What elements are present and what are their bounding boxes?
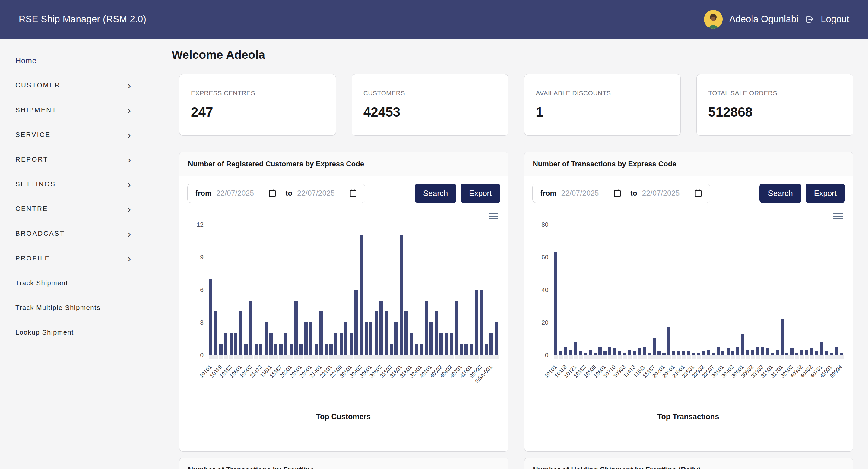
card-title: Number of Registered Customers by Expres… xyxy=(188,160,364,168)
bar xyxy=(726,348,730,355)
from-date-input[interactable]: 22/07/2025 xyxy=(216,189,254,197)
bar xyxy=(400,235,403,355)
bar xyxy=(672,351,675,355)
sidebar-item-settings[interactable]: SETTINGS › xyxy=(0,172,161,197)
sidebar-item-service[interactable]: SERVICE › xyxy=(0,122,161,147)
bar xyxy=(662,353,665,355)
bar xyxy=(344,322,347,355)
chart-menu-icon[interactable] xyxy=(489,212,498,220)
logout-button[interactable]: Logout xyxy=(820,14,849,25)
bar xyxy=(375,311,378,355)
sidebar-item-customer[interactable]: CUSTOMER › xyxy=(0,73,161,98)
bar xyxy=(294,301,298,355)
bar xyxy=(741,334,744,355)
sidebar-item-shipment[interactable]: SHIPMENT › xyxy=(0,98,161,122)
sidebar-item-broadcast[interactable]: BROADCAST › xyxy=(0,221,161,246)
bar xyxy=(319,311,322,355)
sidebar: Home CUSTOMER › SHIPMENT › SERVICE › REP… xyxy=(0,39,161,469)
bar xyxy=(746,350,749,355)
bar xyxy=(390,344,393,355)
chevron-right-icon: › xyxy=(128,253,131,263)
bar xyxy=(785,353,788,355)
bar xyxy=(464,344,467,355)
main-content: Welcome Adeola EXPRESS CENTRES 247 CUSTO… xyxy=(161,39,868,469)
bar xyxy=(702,351,705,355)
x-axis: 1010110119101321060110903114131181115187… xyxy=(208,355,499,404)
bar xyxy=(309,322,312,355)
chart-menu-icon[interactable] xyxy=(833,212,843,220)
bar xyxy=(240,311,243,355)
bar xyxy=(830,353,833,355)
bar xyxy=(574,342,577,355)
bar xyxy=(780,319,783,355)
stat-label: TOTAL SALE ORDERS xyxy=(708,90,841,97)
calendar-icon[interactable] xyxy=(269,189,276,197)
bar xyxy=(795,353,798,355)
sidebar-item-track-shipment[interactable]: Track Shipment xyxy=(0,271,161,295)
logout-icon[interactable] xyxy=(805,15,814,24)
chart-footer-label: Top Transactions xyxy=(533,404,844,430)
sidebar-item-centre[interactable]: CENTRE › xyxy=(0,197,161,221)
to-label: to xyxy=(630,189,637,197)
bar xyxy=(800,350,803,355)
search-button[interactable]: Search xyxy=(415,183,456,203)
card-header: Number of Transactions by Express Code xyxy=(525,152,853,176)
bar xyxy=(340,333,343,355)
bar xyxy=(269,333,272,355)
to-date-input[interactable]: 22/07/2025 xyxy=(642,189,680,197)
calendar-icon[interactable] xyxy=(349,189,357,197)
bar xyxy=(682,351,685,355)
chart-footer-label: Top Customers xyxy=(188,404,499,430)
bar xyxy=(554,252,557,355)
bar xyxy=(265,322,268,355)
bar xyxy=(435,311,438,355)
bar xyxy=(657,351,660,355)
chevron-right-icon: › xyxy=(128,105,131,115)
chevron-right-icon: › xyxy=(128,179,131,189)
sidebar-item-home[interactable]: Home xyxy=(0,48,161,73)
bar xyxy=(460,344,463,355)
bar xyxy=(254,344,257,355)
bar xyxy=(603,351,607,355)
bar xyxy=(643,347,646,355)
from-date-input[interactable]: 22/07/2025 xyxy=(561,189,599,197)
calendar-icon[interactable] xyxy=(614,189,621,197)
bar xyxy=(490,333,493,355)
page-title: Welcome Adeola xyxy=(172,48,853,62)
bar xyxy=(470,344,473,355)
bar xyxy=(475,290,478,355)
plot-area xyxy=(553,225,844,355)
bar xyxy=(766,348,769,355)
sidebar-item-profile[interactable]: PROFILE › xyxy=(0,246,161,271)
search-button[interactable]: Search xyxy=(760,183,801,203)
export-button[interactable]: Export xyxy=(806,183,845,203)
stat-value: 247 xyxy=(191,105,324,120)
bar xyxy=(569,350,572,355)
bar xyxy=(284,333,287,355)
bar xyxy=(820,342,823,355)
avatar-person-image xyxy=(704,10,723,29)
export-button[interactable]: Export xyxy=(461,183,500,203)
card-header: Number of Registered Customers by Expres… xyxy=(180,152,508,176)
to-label: to xyxy=(285,189,292,197)
bar xyxy=(756,347,759,355)
bar xyxy=(455,301,458,355)
sidebar-item-track-multiple-shipments[interactable]: Track Multiple Shipments xyxy=(0,295,161,320)
transactions-by-frontline-card: Number of Transactions by Frontline xyxy=(179,458,508,469)
bar xyxy=(300,344,303,355)
chevron-right-icon: › xyxy=(128,229,131,239)
stats-row: EXPRESS CENTRES 247 CUSTOMERS 42453 AVAI… xyxy=(179,74,853,136)
chevron-right-icon: › xyxy=(128,130,131,140)
to-date-input[interactable]: 22/07/2025 xyxy=(297,189,335,197)
sidebar-item-report[interactable]: REPORT › xyxy=(0,147,161,172)
bar xyxy=(420,344,423,355)
transactions-chart-card: Number of Transactions by Express Code f… xyxy=(524,152,854,451)
y-axis: 036912 xyxy=(188,225,208,355)
bar xyxy=(219,344,222,355)
sidebar-item-lookup-shipment[interactable]: Lookup Shipment xyxy=(0,320,161,345)
bar xyxy=(589,350,592,355)
bar xyxy=(815,351,818,355)
calendar-icon[interactable] xyxy=(694,189,702,197)
y-axis-tick-label: 20 xyxy=(541,319,548,326)
avatar[interactable] xyxy=(704,10,723,29)
